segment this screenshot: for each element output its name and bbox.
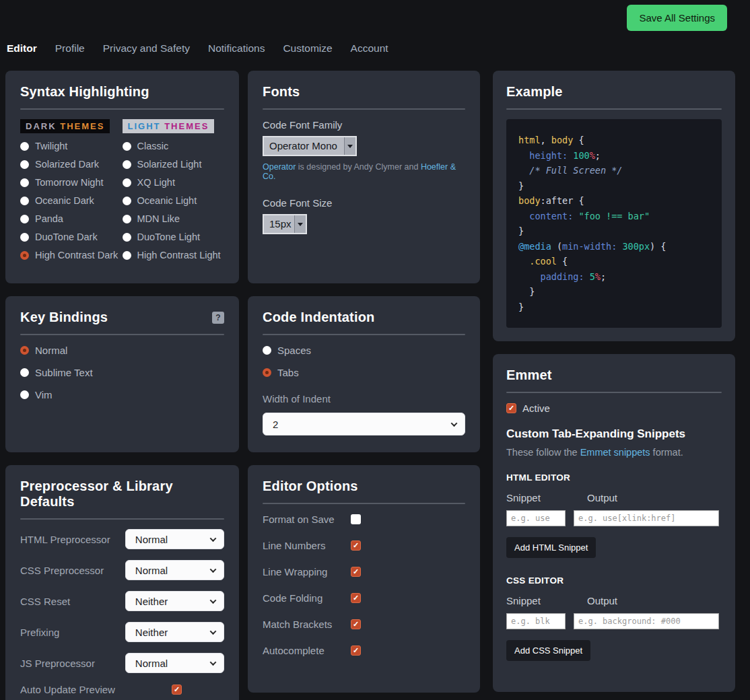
help-icon[interactable]: ? [212, 312, 224, 324]
match-brackets-checkbox[interactable]: ✓ [351, 619, 361, 629]
light-theme-option-label: XQ Light [137, 177, 175, 188]
radio-icon [20, 197, 29, 205]
syntax-highlighting-card: Syntax Highlighting DARK THEMES Twilight… [5, 71, 239, 283]
css-editor-snippet-input[interactable] [506, 613, 566, 629]
tab-account[interactable]: Account [351, 42, 388, 55]
light-theme-option-mdn-like[interactable]: MDN Like [123, 213, 225, 224]
radio-icon [123, 160, 131, 169]
match-brackets-row: Match Brackets✓ [263, 619, 465, 630]
editor-options-list: Format on SaveLine Numbers✓Line Wrapping… [263, 514, 465, 656]
light-theme-option-xq-light[interactable]: XQ Light [123, 177, 225, 188]
line-wrapping-label: Line Wrapping [263, 566, 351, 578]
check-icon: ✓ [353, 568, 359, 575]
chevron-down-icon [210, 535, 217, 542]
html-editor-snippet-input[interactable] [506, 510, 566, 526]
dark-theme-option-solarized-dark[interactable]: Solarized Dark [20, 159, 123, 170]
width-of-indent-select[interactable]: 2 [263, 413, 465, 435]
indentation-options: SpacesTabs [263, 345, 465, 378]
format-on-save-checkbox[interactable] [351, 514, 361, 524]
radio-icon [123, 233, 131, 242]
light-theme-option-solarized-light[interactable]: Solarized Light [123, 159, 225, 170]
width-of-indent-label: Width of Indent [263, 393, 465, 405]
html-preprocessor-row: HTML PreprocessorNormal [20, 529, 224, 549]
line-numbers-checkbox[interactable]: ✓ [351, 540, 361, 551]
code-font-size-select[interactable]: 15px [263, 214, 307, 234]
chevron-down-icon [210, 628, 217, 635]
line-numbers-row: Line Numbers✓ [263, 540, 465, 551]
dark-theme-option-oceanic-dark[interactable]: Oceanic Dark [20, 195, 123, 206]
divider [20, 518, 224, 520]
key-binding-option-sublime-text[interactable]: Sublime Text [20, 367, 224, 378]
save-all-settings-button[interactable]: Save All Settings [627, 5, 727, 31]
settings-grid: Syntax Highlighting DARK THEMES Twilight… [5, 71, 735, 700]
light-theme-option-duotone-light[interactable]: DuoTone Light [123, 232, 225, 242]
key-bindings-title: Key Bindings [20, 310, 108, 325]
indentation-option-tabs[interactable]: Tabs [263, 367, 465, 378]
light-theme-option-label: High Contrast Light [137, 250, 221, 260]
html-preprocessor-label: HTML Preprocessor [20, 534, 125, 545]
emmet-active-checkbox[interactable]: ✓ [506, 403, 516, 413]
indentation-option-spaces[interactable]: Spaces [263, 345, 465, 356]
emmet-snippets-link[interactable]: Emmet snippets [580, 447, 650, 458]
prefixing-select[interactable]: Neither [125, 622, 224, 642]
html-editor-output-input[interactable] [574, 510, 719, 526]
divider [263, 334, 465, 335]
dark-theme-option-high-contrast-dark[interactable]: High Contrast Dark [20, 250, 123, 260]
dark-theme-option-twilight[interactable]: Twilight [20, 141, 123, 151]
prefixing-label: Prefixing [20, 627, 125, 638]
format-on-save-row: Format on Save [263, 514, 465, 525]
check-icon: ✓ [174, 686, 180, 693]
html-preprocessor-select[interactable]: Normal [125, 529, 224, 549]
code-folding-row: Code Folding✓ [263, 592, 465, 604]
css-editor-section: CSS EDITORSnippetOutputAdd CSS Snippet [506, 575, 722, 678]
light-theme-option-classic[interactable]: Classic [123, 141, 225, 151]
css-reset-select[interactable]: Neither [125, 591, 224, 611]
divider [506, 108, 722, 110]
select-value: Normal [135, 534, 168, 545]
dark-theme-list: TwilightSolarized DarkTomorrow NightOcea… [20, 141, 123, 260]
dark-theme-option-label: Oceanic Dark [35, 195, 94, 206]
add-css-snippet-button[interactable]: Add CSS Snippet [506, 640, 590, 661]
autocomplete-checkbox[interactable]: ✓ [351, 645, 361, 656]
syntax-highlighting-title: Syntax Highlighting [20, 84, 149, 100]
dropdown-arrow-icon [294, 215, 306, 233]
css-preprocessor-row: CSS PreprocessorNormal [20, 560, 224, 580]
key-binding-option-normal[interactable]: Normal [20, 345, 224, 356]
css-editor-output-input[interactable] [574, 613, 719, 629]
tab-editor[interactable]: Editor [7, 42, 37, 55]
select-value: Neither [135, 596, 168, 607]
settings-tabs: EditorProfilePrivacy and SafetyNotificat… [7, 42, 388, 55]
tab-privacy-and-safety[interactable]: Privacy and Safety [103, 42, 190, 55]
operator-link[interactable]: Operator [263, 162, 296, 172]
js-preprocessor-select[interactable]: Normal [125, 653, 224, 673]
code-line: /* Full Screen */ [518, 163, 710, 178]
light-theme-option-label: MDN Like [137, 213, 180, 224]
line-wrapping-row: Line Wrapping✓ [263, 566, 465, 578]
tab-notifications[interactable]: Notifications [208, 42, 265, 55]
preprocessor-defaults-card: Preprocessor & Library Defaults HTML Pre… [5, 465, 239, 700]
code-folding-checkbox[interactable]: ✓ [351, 593, 361, 603]
light-theme-option-high-contrast-light[interactable]: High Contrast Light [123, 250, 225, 260]
code-line: padding: 5%; [518, 269, 710, 285]
code-font-family-select[interactable]: Operator Mono [263, 136, 357, 156]
auto-update-preview-label: Auto Update Preview [20, 684, 172, 695]
output-label: Output [587, 492, 617, 503]
line-wrapping-checkbox[interactable]: ✓ [351, 567, 361, 577]
add-html-snippet-button[interactable]: Add HTML Snippet [506, 537, 596, 558]
html-editor-section: HTML EDITORSnippetOutputAdd HTML Snippet [506, 473, 722, 575]
code-indentation-card: Code Indentation SpacesTabs Width of Ind… [248, 296, 480, 452]
radio-icon [20, 142, 29, 151]
auto-update-preview-checkbox[interactable]: ✓ [172, 685, 182, 695]
dropdown-arrow-icon [344, 137, 355, 155]
dark-theme-option-duotone-dark[interactable]: DuoTone Dark [20, 232, 123, 242]
css-preprocessor-select[interactable]: Normal [125, 560, 224, 580]
key-binding-option-label: Normal [35, 345, 67, 356]
dark-theme-option-tomorrow-night[interactable]: Tomorrow Night [20, 177, 123, 188]
dark-theme-option-label: Panda [35, 213, 63, 224]
tab-profile[interactable]: Profile [55, 42, 85, 55]
radio-icon [20, 178, 29, 187]
light-theme-option-oceanic-light[interactable]: Oceanic Light [123, 195, 225, 206]
tab-customize[interactable]: Customize [283, 42, 332, 55]
key-binding-option-vim[interactable]: Vim [20, 389, 224, 400]
dark-theme-option-panda[interactable]: Panda [20, 213, 123, 224]
